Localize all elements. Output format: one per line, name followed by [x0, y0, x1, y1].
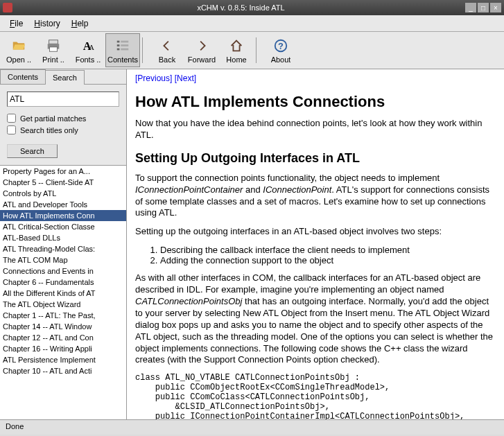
titlebar: xCHM v. 0.8.5: Inside ATL _ □ ×	[0, 0, 504, 15]
svg-rect-6	[121, 40, 128, 42]
about-button[interactable]: ?About	[263, 33, 298, 67]
toolbar: Open ..Print ..AAFonts ..ContentsBackFor…	[0, 32, 504, 69]
svg-rect-0	[49, 40, 58, 44]
paragraph: As with all other interfaces in COM, the…	[135, 272, 496, 366]
about-icon: ?	[273, 37, 288, 54]
statusbar: Done	[0, 419, 504, 435]
fonts-icon: AA	[80, 37, 96, 54]
window-title: xCHM v. 0.8.5: Inside ATL	[17, 3, 465, 12]
print-icon	[46, 37, 61, 54]
forward-icon	[194, 37, 209, 54]
result-item[interactable]: The ATL COM Map	[0, 254, 126, 265]
result-item[interactable]: Connections and Events in	[0, 265, 126, 277]
next-link[interactable]: [Next]	[175, 73, 196, 83]
menu-file[interactable]: File	[4, 17, 28, 30]
result-item[interactable]: Chapter 12 -- ATL and Con	[0, 332, 126, 343]
tab-contents[interactable]: Contents	[0, 69, 46, 84]
nav-links: [Previous] [Next]	[135, 73, 496, 83]
content-pane[interactable]: [Previous] [Next] How ATL Implements Con…	[127, 69, 504, 419]
close-button[interactable]: ×	[490, 3, 501, 12]
result-item[interactable]: Chapter 6 -- Fundamentals	[0, 277, 126, 288]
result-item[interactable]: ATL-Based DLLs	[0, 232, 126, 243]
open-button[interactable]: Open ..	[1, 33, 36, 67]
svg-rect-7	[117, 44, 120, 46]
partial-matches-checkbox[interactable]	[7, 114, 16, 123]
result-item[interactable]: The ATL Object Wizard	[0, 299, 126, 310]
list-item: Describing the callback interface the cl…	[160, 245, 496, 255]
result-item[interactable]: Chapter 5 -- Client-Side AT	[0, 177, 126, 188]
code-block: class ATL_NO_VTABLE CATLConnectionPoints…	[135, 373, 496, 419]
section-heading: Setting Up Outgoing Interfaces in ATL	[135, 151, 496, 166]
back-icon	[159, 37, 175, 54]
search-panel: Get partial matches Search titles only S…	[0, 85, 126, 165]
search-button[interactable]: Search	[7, 144, 58, 158]
search-input[interactable]	[7, 91, 119, 107]
result-item[interactable]: Chapter 10 -- ATL and Acti	[0, 365, 126, 376]
list-item: Adding the connection support to the obj…	[160, 255, 496, 265]
result-item[interactable]: ATL and Developer Tools	[0, 199, 126, 210]
steps-list: Describing the callback interface the cl…	[160, 245, 496, 265]
menubar: File History Help	[0, 15, 504, 32]
home-button[interactable]: Home	[219, 33, 254, 67]
tab-search[interactable]: Search	[45, 70, 85, 85]
svg-rect-5	[117, 40, 120, 42]
menu-history[interactable]: History	[28, 17, 65, 30]
result-item[interactable]: Property Pages for an A...	[0, 166, 126, 177]
svg-rect-8	[121, 44, 128, 46]
svg-rect-10	[121, 48, 128, 50]
result-item[interactable]: ATL Threading-Model Clas:	[0, 243, 126, 254]
result-item[interactable]: ATL Persistence Implement	[0, 354, 126, 365]
result-item[interactable]: ATL Critical-Section Classe	[0, 221, 126, 232]
sidebar: Contents Search Get partial matches Sear…	[0, 69, 127, 419]
titles-only-checkbox[interactable]	[7, 125, 16, 134]
result-item[interactable]: How ATL Implements Conn	[0, 210, 126, 221]
partial-matches-label: Get partial matches	[20, 114, 86, 123]
paragraph: To support the connection points functio…	[135, 173, 496, 220]
app-icon	[3, 3, 12, 12]
paragraph: Setting up the outgoing interfaces in an…	[135, 226, 496, 238]
page-heading: How ATL Implements Connections	[135, 93, 496, 111]
minimize-button[interactable]: _	[465, 3, 476, 12]
print-button[interactable]: Print ..	[36, 33, 71, 67]
open-icon	[11, 37, 26, 54]
titles-only-label: Search titles only	[20, 126, 78, 134]
result-item[interactable]: All the Different Kinds of AT	[0, 288, 126, 299]
forward-button[interactable]: Forward	[184, 33, 219, 67]
result-item[interactable]: Chapter 16 -- Writing Appli	[0, 343, 126, 354]
maximize-button[interactable]: □	[478, 3, 489, 12]
menu-help[interactable]: Help	[66, 17, 94, 30]
svg-text:A: A	[89, 42, 94, 51]
sidebar-tabs: Contents Search	[0, 69, 126, 85]
result-item[interactable]: Chapter 14 -- ATL Window	[0, 321, 126, 332]
paragraph: Now that you have the idea behind connec…	[135, 118, 496, 141]
svg-rect-2	[50, 46, 58, 51]
previous-link[interactable]: [Previous]	[135, 73, 172, 83]
contents-icon	[115, 37, 130, 54]
fonts-button[interactable]: AAFonts ..	[71, 33, 105, 67]
svg-text:?: ?	[278, 40, 284, 51]
home-icon	[229, 37, 244, 54]
result-item[interactable]: Controls by ATL	[0, 188, 126, 199]
svg-rect-9	[117, 48, 120, 50]
back-button[interactable]: Back	[150, 33, 184, 67]
result-item[interactable]: Chapter 1 -- ATL: The Past,	[0, 310, 126, 321]
contents-button[interactable]: Contents	[105, 33, 140, 67]
search-results[interactable]: Property Pages for an A...Chapter 5 -- C…	[0, 165, 126, 419]
